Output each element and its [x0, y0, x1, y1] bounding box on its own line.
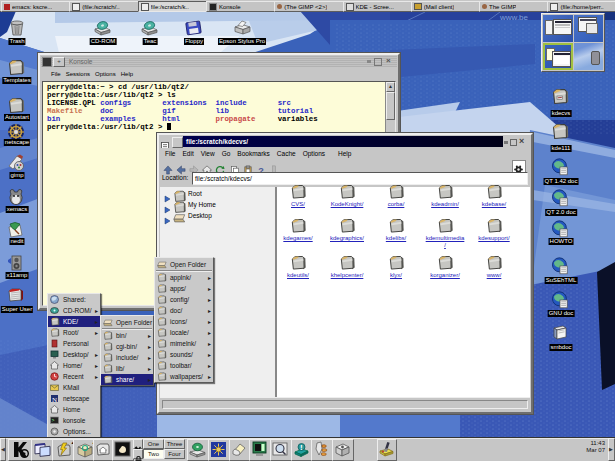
svg-text:>: > — [52, 417, 55, 423]
svg-text:N: N — [52, 396, 57, 404]
svg-text:!: ! — [300, 443, 303, 452]
svg-text:www.be: www.be — [499, 13, 529, 22]
